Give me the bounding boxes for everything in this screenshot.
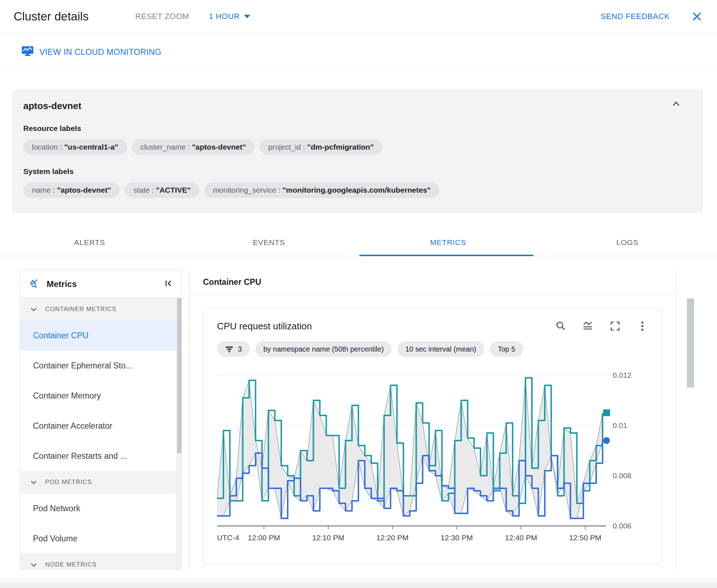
time-range-dropdown[interactable]: 1 HOUR <box>209 12 250 21</box>
svg-text:12:10 PM: 12:10 PM <box>312 533 344 542</box>
chart-actions <box>555 320 648 332</box>
collapse-panel-icon[interactable] <box>164 278 174 290</box>
send-feedback-button[interactable]: SEND FEEDBACK <box>601 12 670 21</box>
label-key: monitoring_service <box>213 186 276 194</box>
top-bar: Cluster details RESET ZOOM 1 HOUR SEND F… <box>0 0 717 33</box>
chart-filter-chips: 3 by namespace name (50th percentile) 10… <box>217 341 648 357</box>
cluster-details-panel: Cluster details RESET ZOOM 1 HOUR SEND F… <box>0 0 717 588</box>
label-value: "monitoring.googleapis.com/kubernetes" <box>282 186 430 194</box>
chart-card-head: CPU request utilization <box>217 320 648 332</box>
section-pod-metrics[interactable]: POD METRICS <box>20 471 181 493</box>
resource-labels-title: Resource labels <box>23 124 692 133</box>
fullscreen-icon[interactable] <box>609 320 621 332</box>
section-header-label: NODE METRICS <box>45 561 97 568</box>
tab-metrics[interactable]: METRICS <box>359 229 538 256</box>
summary-head: aptos-devnet <box>23 100 692 112</box>
monitoring-chart-icon <box>22 46 34 58</box>
bottom-edge-strip <box>0 578 717 588</box>
page-scrollbar-thumb[interactable] <box>687 298 694 387</box>
sidebar-item-pod-volume[interactable]: Pod Volume <box>20 523 181 554</box>
tab-logs[interactable]: LOGS <box>538 229 717 256</box>
svg-text:0.008: 0.008 <box>613 471 632 480</box>
sidebar-item-container-restarts[interactable]: Container Restarts and ... <box>20 441 181 471</box>
label-chip: project_id : "dm-pcfmigration" <box>260 139 382 155</box>
reset-zoom-button[interactable]: RESET ZOOM <box>135 12 189 21</box>
legend-toggle-icon[interactable] <box>582 320 594 332</box>
view-in-cloud-monitoring-link[interactable]: VIEW IN CLOUD MONITORING <box>22 46 161 58</box>
filter-list-icon <box>225 345 234 353</box>
label-key: name <box>32 186 51 194</box>
svg-text:0.006: 0.006 <box>613 522 632 530</box>
main-panel: Container CPU CPU request utilization <box>189 270 676 570</box>
system-labels-title: System labels <box>23 167 692 176</box>
sidebar-title: Metrics <box>47 279 77 289</box>
chevron-down-icon <box>29 478 38 486</box>
label-value: "dm-pcfmigration" <box>307 143 374 151</box>
metrics-content: Metrics CONTAINER METRICS Container CPU … <box>0 256 717 570</box>
metrics-explorer-icon <box>29 278 40 290</box>
label-value: "us-central1-a" <box>64 143 118 151</box>
svg-text:12:30 PM: 12:30 PM <box>440 533 473 542</box>
sidebar-scrollbar-thumb[interactable] <box>177 298 181 453</box>
sidebar-item-container-cpu[interactable]: Container CPU <box>20 320 181 351</box>
label-key: cluster_name <box>141 143 186 151</box>
sidebar-item-container-accelerator[interactable]: Container Accelerator <box>20 411 181 441</box>
label-value: "aptos-devnet" <box>192 143 246 151</box>
monitoring-link-row: VIEW IN CLOUD MONITORING <box>0 33 717 71</box>
system-labels-row: name : "aptos-devnet" state : "ACTIVE" m… <box>23 182 692 198</box>
group-by-chip[interactable]: by namespace name (50th percentile) <box>255 341 392 357</box>
time-range-label: 1 HOUR <box>209 12 240 21</box>
sidebar-item-container-memory[interactable]: Container Memory <box>20 381 181 411</box>
label-key: state <box>133 186 150 194</box>
tab-bar: ALERTS EVENTS METRICS LOGS <box>0 229 717 256</box>
tab-alerts[interactable]: ALERTS <box>0 229 179 256</box>
page-title: Cluster details <box>14 10 89 23</box>
section-node-metrics[interactable]: NODE METRICS <box>20 554 181 569</box>
filter-count-label: 3 <box>238 345 242 353</box>
sidebar-item-pod-network[interactable]: Pod Network <box>20 493 181 523</box>
svg-text:12:50 PM: 12:50 PM <box>569 533 602 542</box>
metrics-list: CONTAINER METRICS Container CPU Containe… <box>20 298 181 569</box>
chevron-down-icon <box>29 305 38 314</box>
sidebar-item-container-ephemeral-storage[interactable]: Container Ephemeral Sto... <box>20 351 181 381</box>
metric-group-title: Container CPU <box>189 270 676 295</box>
view-in-cloud-monitoring-label: VIEW IN CLOUD MONITORING <box>39 47 161 57</box>
label-chip: state : "ACTIVE" <box>125 182 199 198</box>
label-key: project_id <box>268 143 301 151</box>
filter-count-chip[interactable]: 3 <box>217 341 250 357</box>
page-scrollbar[interactable] <box>687 270 694 471</box>
chevron-down-icon <box>244 15 250 18</box>
svg-text:0.012: 0.012 <box>613 371 632 379</box>
label-key: location <box>32 143 58 151</box>
svg-text:12:20 PM: 12:20 PM <box>376 533 409 542</box>
chart-card: CPU request utilization <box>203 308 662 565</box>
chart-title: CPU request utilization <box>217 321 312 332</box>
svg-text:0.01: 0.01 <box>613 421 627 429</box>
section-header-label: CONTAINER METRICS <box>45 306 117 313</box>
interval-chip[interactable]: 10 sec interval (mean) <box>397 341 484 357</box>
resource-labels-row: location : "us-central1-a" cluster_name … <box>23 139 692 155</box>
cluster-summary-card: aptos-devnet Resource labels location : … <box>12 89 703 213</box>
chart-plot-area[interactable]: 0.0120.010.0080.00612:00 PM12:10 PM12:20… <box>217 363 648 555</box>
sidebar-scrollbar[interactable] <box>176 298 181 569</box>
svg-text:12:40 PM: 12:40 PM <box>505 533 537 542</box>
label-chip: location : "us-central1-a" <box>23 139 127 155</box>
zoom-reset-icon[interactable] <box>555 320 566 332</box>
sidebar-header: Metrics <box>20 270 181 298</box>
svg-text:UTC-4: UTC-4 <box>217 533 239 542</box>
chevron-up-icon[interactable] <box>671 100 681 109</box>
metrics-sidebar: Metrics CONTAINER METRICS Container CPU … <box>20 270 182 570</box>
label-chip: monitoring_service : "monitoring.googlea… <box>204 182 439 198</box>
label-value: "ACTIVE" <box>156 186 191 194</box>
label-value: "aptos-devnet" <box>57 186 111 194</box>
close-icon[interactable] <box>690 10 703 23</box>
more-options-icon[interactable] <box>637 320 648 332</box>
cluster-name: aptos-devnet <box>23 100 81 112</box>
top-n-chip[interactable]: Top 5 <box>490 341 523 357</box>
chevron-down-icon <box>29 560 38 569</box>
label-chip: name : "aptos-devnet" <box>23 182 120 198</box>
tab-events[interactable]: EVENTS <box>179 229 359 256</box>
label-chip: cluster_name : "aptos-devnet" <box>132 139 255 155</box>
svg-text:12:00 PM: 12:00 PM <box>248 533 280 542</box>
section-container-metrics[interactable]: CONTAINER METRICS <box>20 298 181 320</box>
